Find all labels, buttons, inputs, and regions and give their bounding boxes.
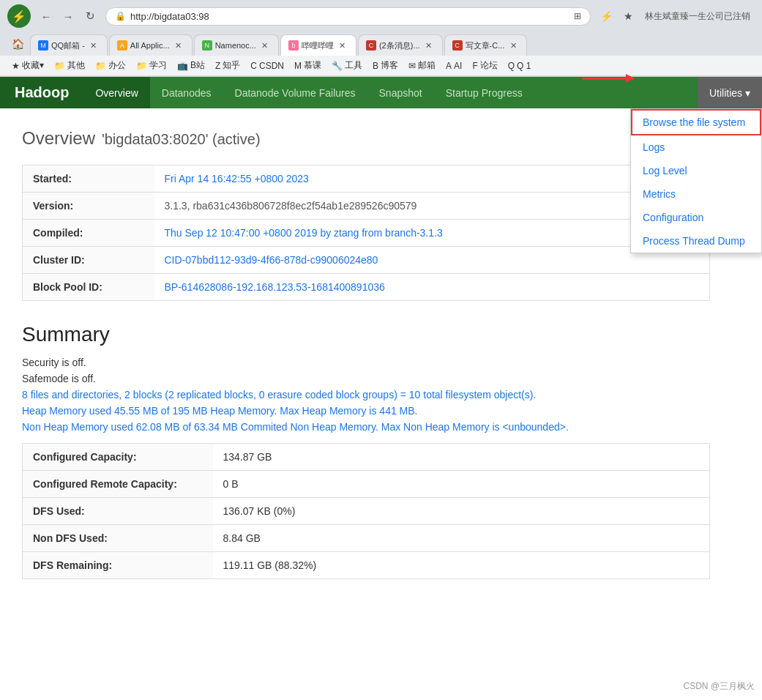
security-icon: 🔒 [115,11,126,21]
table-row: Started: Fri Apr 14 16:42:55 +0800 2023 [23,165,710,193]
bookmark-[interactable]: 📁学习 [132,58,171,73]
bookmark-[interactable]: ★收藏▾ [7,58,48,73]
tab-namenode[interactable]: N Namenoc... ✕ [194,34,279,56]
dropdown-item-browse-fs[interactable]: Browse the file system [631,109,761,135]
forward-button[interactable]: → [59,7,78,26]
qr-icon: ⊞ [574,11,581,21]
bookmark-[interactable]: 📁办公 [91,58,130,73]
tab-close-namenode[interactable]: ✕ [259,40,271,51]
tab-qq[interactable]: M QQ邮箱 - ✕ [30,34,108,56]
table-cell-value[interactable]: CID-07bbd112-93d9-4f66-878d-c99006024e80 [154,247,710,274]
hadoop-brand: Hadoop [0,77,83,108]
bookmark-B[interactable]: 📺B站 [173,58,209,73]
bookmarks-bar: ★收藏▾📁其他📁办公📁学习📺B站Z知乎CCSDNM慕课🔧工具B博客✉邮箱AAIF… [0,56,762,76]
tab-close-qq[interactable]: ✕ [88,40,100,51]
bookmark-[interactable]: M慕课 [290,58,326,73]
nav-item-startup-progress[interactable]: Startup Progress [434,77,534,108]
table-row: Configured Remote Capacity: 0 B [23,471,710,498]
hadoop-nav-wrapper: Hadoop OverviewDatanodesDatanode Volume … [0,77,762,108]
table-cell-value: 3.1.3, rba631c436b806728f8ec2f54ab1e2895… [154,193,710,220]
summary-title: Summary [22,323,710,346]
bookmark-CSDN[interactable]: CCSDN [246,58,288,73]
tab-article[interactable]: C 写文章-C... ✕ [444,34,528,56]
bookmark-[interactable]: B博客 [368,58,403,73]
bookmark-[interactable]: ✉邮箱 [404,58,440,73]
table-row: Block Pool ID: BP-614628086-192.168.123.… [23,274,710,301]
table-cell-label: Compiled: [23,220,154,247]
arrow-indicator [583,78,634,80]
tab-close-csdn2[interactable]: ✕ [423,40,435,51]
table-cell-value: 119.11 GB (88.32%) [213,552,710,579]
dropdown-item-metrics[interactable]: Metrics [631,182,761,206]
table-row: Version: 3.1.3, rba631c436b806728f8ec2f5… [23,193,710,220]
summary-lines: Security is off.Safemode is off.8 files … [22,357,710,433]
table-cell-value: 8.84 GB [213,525,710,552]
browser-chrome: ⚡ ← → ↻ 🔒 http://bigdata03:98 ⊞ ⚡ ★ 林生斌童… [0,0,762,77]
summary-line: Non Heap Memory used 62.08 MB of 63.34 M… [22,421,710,433]
address-bar[interactable]: 🔒 http://bigdata03:98 ⊞ [105,7,591,26]
table-cell-label: Configured Capacity: [23,444,213,471]
table-cell-value[interactable]: Thu Sep 12 10:47:00 +0800 2019 by ztang … [154,220,710,247]
back-button[interactable]: ← [37,7,56,26]
lightning-icon[interactable]: ⚡ [597,7,616,26]
main-content: Overview 'bigdata03:8020' (active) Start… [0,108,732,594]
table-cell-label: Version: [23,193,154,220]
table-row: Cluster ID: CID-07bbd112-93d9-4f66-878d-… [23,247,710,274]
bookmark-Q1[interactable]: QQ 1 [504,58,536,73]
browser-toolbar-icons: ⚡ ★ 林生斌童臻一生公司已注销 [597,7,755,26]
table-row: DFS Remaining: 119.11 GB (88.32%) [23,552,710,579]
browser-nav-buttons: ← → ↻ [37,7,100,26]
page-subtitle: 'bigdata03:8020' (active) [102,131,261,147]
url-text: http://bigdata03:98 [130,11,569,22]
nav-item-utilities[interactable]: Utilities ▾ [698,77,762,108]
chinese-title-text: 林生斌童臻一生公司已注销 [640,10,755,23]
nav-item-snapshot[interactable]: Snapshot [367,77,434,108]
table-row: Configured Capacity: 134.87 GB [23,444,710,471]
bookmark-[interactable]: Z知乎 [211,58,244,73]
browser-titlebar: ⚡ ← → ↻ 🔒 http://bigdata03:98 ⊞ ⚡ ★ 林生斌童… [0,0,762,32]
bookmark-AI[interactable]: AAI [441,58,466,73]
utilities-dropdown-menu: Browse the file systemLogsLog LevelMetri… [630,108,762,253]
refresh-button[interactable]: ↻ [81,7,100,26]
hadoop-nav: Hadoop OverviewDatanodesDatanode Volume … [0,77,762,108]
bookmark-[interactable]: 📁其他 [50,58,89,73]
dropdown-item-configuration[interactable]: Configuration [631,206,761,229]
table-row: Compiled: Thu Sep 12 10:47:00 +0800 2019… [23,220,710,247]
summary-line: 8 files and directories, 2 blocks (2 rep… [22,389,710,401]
table-cell-label: Configured Remote Capacity: [23,471,213,498]
table-cell-value[interactable]: Fri Apr 14 16:42:55 +0800 2023 [154,165,710,193]
table-row: Non DFS Used: 8.84 GB [23,525,710,552]
bookmark-[interactable]: F论坛 [468,58,501,73]
summary-line: Heap Memory used 45.55 MB of 195 MB Heap… [22,405,710,417]
summary-line: Safemode is off. [22,373,710,384]
tab-close-allapps[interactable]: ✕ [173,40,184,51]
browser-logo: ⚡ [7,4,31,28]
bookmark-[interactable]: 🔧工具 [327,58,367,73]
tab-close-article[interactable]: ✕ [507,40,519,51]
nav-item-datanodes[interactable]: Datanodes [150,77,223,108]
dropdown-item-log-level[interactable]: Log Level [631,159,761,182]
dropdown-item-thread-dump[interactable]: Process Thread Dump [631,229,761,253]
table-cell-value[interactable]: BP-614628086-192.168.123.53-168140089103… [154,274,710,301]
home-button[interactable]: 🏠 [7,32,29,56]
bookmark-icon[interactable]: ★ [619,7,638,26]
table-cell-label: Block Pool ID: [23,274,154,301]
summary-table: Configured Capacity: 134.87 GB Configure… [22,443,710,579]
table-cell-label: DFS Used: [23,498,213,525]
tab-close-bilibili[interactable]: ✕ [337,40,348,51]
tab-allapps[interactable]: A All Applic... ✕ [109,34,193,56]
table-cell-label: Non DFS Used: [23,525,213,552]
nav-item-overview[interactable]: Overview [83,77,149,108]
browser-tabs: 🏠 M QQ邮箱 - ✕ A All Applic... ✕ N Namenoc… [0,32,762,56]
table-cell-value: 136.07 KB (0%) [213,498,710,525]
table-row: DFS Used: 136.07 KB (0%) [23,498,710,525]
table-cell-label: Started: [23,165,154,193]
dropdown-item-logs[interactable]: Logs [631,135,761,159]
nav-item-datanode-volume[interactable]: Datanode Volume Failures [223,77,367,108]
tab-csdn2[interactable]: C (2条消息)... ✕ [358,34,443,56]
tab-bilibili[interactable]: b 哔哩哔哩 ✕ [280,34,356,56]
table-cell-label: Cluster ID: [23,247,154,274]
table-cell-label: DFS Remaining: [23,552,213,579]
summary-line: Security is off. [22,357,710,368]
table-cell-value: 0 B [213,471,710,498]
